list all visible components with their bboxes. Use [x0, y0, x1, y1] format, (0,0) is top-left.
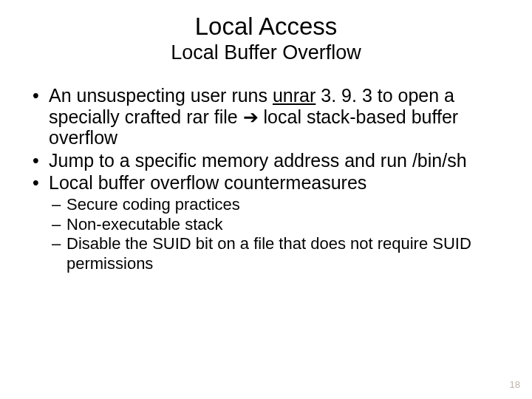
bullet-list: An unsuspecting user runs unrar 3. 9. 3 …	[27, 85, 505, 194]
slide-title: Local Access	[27, 13, 505, 40]
sub-bullet-item: Non-executable stack	[52, 215, 505, 235]
bullet-text-pre: An unsuspecting user runs	[49, 85, 273, 106]
sub-bullet-list: Secure coding practices Non-executable s…	[52, 195, 505, 274]
arrow-icon: ➔	[243, 106, 259, 127]
slide-subtitle: Local Buffer Overflow	[27, 41, 505, 64]
bullet-item: An unsuspecting user runs unrar 3. 9. 3 …	[27, 85, 505, 149]
page-number: 18	[510, 379, 520, 390]
sub-bullet-item: Secure coding practices	[52, 195, 505, 215]
bullet-item: Local buffer overflow countermeasures	[27, 172, 505, 194]
bullet-text-underlined: unrar	[273, 85, 316, 106]
bullet-item: Jump to a specific memory address and ru…	[27, 150, 505, 171]
sub-bullet-item: Disable the SUID bit on a file that does…	[52, 234, 505, 274]
